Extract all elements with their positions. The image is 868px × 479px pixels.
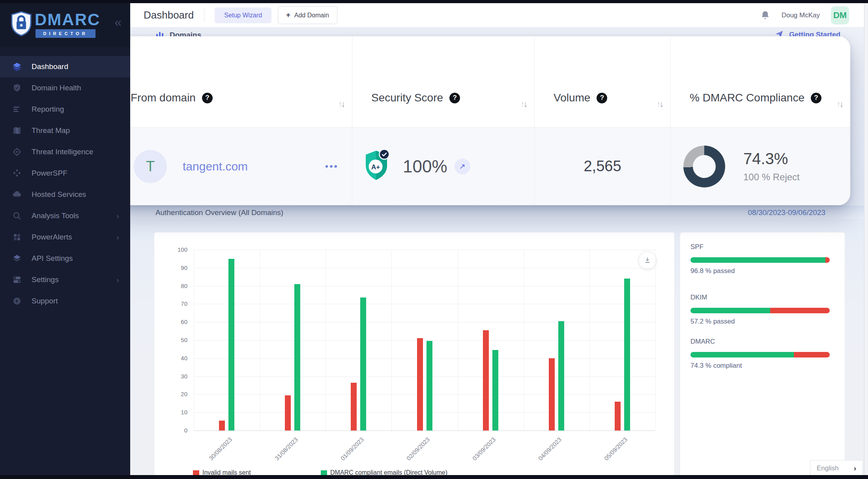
bar-dmarc-compliant [228, 259, 234, 430]
help-icon[interactable]: ? [811, 93, 821, 103]
bar-dmarc-compliant [427, 341, 432, 430]
settings-icon [12, 275, 22, 285]
bar-dmarc-compliant [360, 298, 366, 430]
table-row-domain-cell: T tangent.com ••• [112, 127, 352, 205]
sidebar-item-threat-intelligence[interactable]: Threat Intelligence [0, 141, 130, 163]
help-icon[interactable]: ? [202, 93, 213, 103]
brand-name: DMARC [35, 10, 100, 29]
help-icon[interactable]: ? [597, 93, 607, 103]
bar-invalid-mails [615, 402, 621, 430]
sidebar-item-api-settings[interactable]: API Settings [0, 248, 130, 269]
window-right-edge [864, 3, 868, 475]
user-avatar[interactable]: DM [831, 6, 849, 24]
brand-shield-lock-icon [10, 11, 32, 38]
gridline [391, 250, 392, 430]
volume-header-text: Volume [554, 92, 590, 104]
stat-bar-passed [690, 352, 794, 357]
y-axis-tick: 80 [164, 283, 187, 289]
poweralerts-icon [12, 232, 22, 242]
sidebar-item-analysis-tools[interactable]: Analysis Tools› [0, 205, 130, 226]
sidebar-item-label: Settings [32, 275, 59, 284]
sidebar-item-poweralerts[interactable]: PowerAlerts› [0, 226, 130, 248]
gridline [194, 250, 194, 430]
y-axis-tick: 40 [164, 355, 187, 361]
bar-invalid-mails [285, 395, 291, 430]
domain-link[interactable]: tangent.com [183, 160, 248, 173]
sidebar: DMARC DIRECTOR « DashboardDomain HealthR… [0, 3, 130, 475]
gridline [194, 322, 655, 322]
sidebar-item-dashboard[interactable]: Dashboard [0, 56, 130, 77]
column-header-from-domain: From domain ? ↑↓ [112, 36, 352, 127]
y-axis-tick: 60 [164, 318, 187, 325]
auth-overview-title: Authentication Overview (All Domains) [155, 208, 283, 217]
gridline [194, 412, 655, 413]
support-icon [12, 296, 22, 306]
help-icon[interactable]: ? [449, 93, 460, 103]
sidebar-item-hosted-services[interactable]: Hosted Services [0, 184, 130, 205]
threat-intelligence-icon [12, 147, 22, 157]
row-menu-dots[interactable]: ••• [325, 161, 339, 172]
sidebar-item-threat-map[interactable]: Threat Map [0, 120, 130, 141]
stat-label: DKIM [690, 294, 831, 301]
sort-control[interactable]: ↑↓ [520, 99, 526, 109]
sidebar-item-domain-health[interactable]: Domain Health [0, 77, 130, 99]
gridline [326, 250, 326, 430]
add-domain-button[interactable]: + Add Domain [278, 6, 337, 24]
stat-block-dkim: DKIM57.2 % passed [690, 294, 831, 326]
score-detail-arrow-button[interactable]: ↗ [455, 159, 470, 174]
security-score-value: 100% [403, 157, 447, 176]
bar-invalid-mails [417, 338, 423, 430]
sort-control[interactable]: ↑↓ [338, 99, 344, 109]
gridline [194, 376, 655, 377]
sidebar-item-label: Hosted Services [32, 190, 86, 199]
auth-stats-card: SPF96.8 % passedDKIM57.2 % passedDMARC74… [680, 232, 845, 479]
chart-download-button[interactable] [638, 251, 657, 269]
domain-health-icon [12, 83, 22, 93]
sidebar-item-label: Dashboard [32, 62, 68, 71]
x-axis-label: 05/09/2023 [593, 436, 629, 472]
gridline [524, 250, 524, 430]
sidebar-item-reporting[interactable]: Reporting [0, 99, 130, 120]
sort-control[interactable]: ↑↓ [657, 99, 662, 109]
volume-value: 2,565 [584, 158, 621, 175]
sidebar-item-label: Domain Health [32, 84, 81, 92]
table-row-compliance-cell: 74.3% 100 % Reject [671, 127, 850, 205]
gridline [194, 358, 655, 359]
gridline [655, 250, 656, 430]
gridline [260, 250, 260, 430]
setup-wizard-button[interactable]: Setup Wizard [215, 7, 271, 23]
sidebar-item-powerspf[interactable]: PowerSPF [0, 163, 130, 184]
sidebar-item-settings[interactable]: Settings› [0, 269, 130, 290]
stat-text: 57.2 % passed [690, 318, 831, 326]
gridline [194, 304, 655, 304]
stat-progress-bar [690, 308, 830, 313]
column-header-security-score: Security Score ? ↑↓ [352, 36, 535, 127]
notification-bell-icon[interactable] [760, 10, 771, 21]
x-axis-label: 31/08/2023 [264, 436, 299, 472]
sidebar-item-support[interactable]: Support [0, 290, 130, 312]
stat-bar-failed [794, 352, 830, 357]
sidebar-collapse-icon[interactable]: « [114, 15, 122, 30]
page-title: Dashboard [144, 9, 194, 21]
bar-dmarc-compliant [558, 321, 564, 430]
auth-overview-chart-card: 010203040506070809010030/08/202331/08/20… [154, 232, 675, 479]
user-name[interactable]: Doug McKay [782, 11, 820, 19]
sidebar-item-label: Threat Map [32, 126, 70, 135]
sidebar-item-label: API Settings [32, 254, 73, 263]
brand-subtitle: DIRECTOR [43, 31, 88, 36]
gridline [194, 394, 655, 395]
x-axis-label: 03/09/2023 [461, 436, 497, 472]
stat-progress-bar [690, 257, 830, 263]
bar-invalid-mails [219, 421, 225, 430]
stat-text: 96.8 % passed [690, 267, 831, 275]
reporting-icon [12, 104, 22, 114]
sidebar-item-label: PowerAlerts [32, 233, 72, 241]
auth-overview-section-header: Authentication Overview (All Domains) 08… [130, 206, 864, 219]
svg-text:A+: A+ [371, 163, 380, 170]
sort-control[interactable]: ↑↓ [836, 99, 842, 109]
language-selector[interactable]: English › [810, 460, 863, 477]
window-top-strip [0, 0, 868, 3]
legend-swatch [193, 470, 199, 475]
powerspf-icon [12, 168, 22, 178]
y-axis-tick: 70 [164, 300, 187, 307]
